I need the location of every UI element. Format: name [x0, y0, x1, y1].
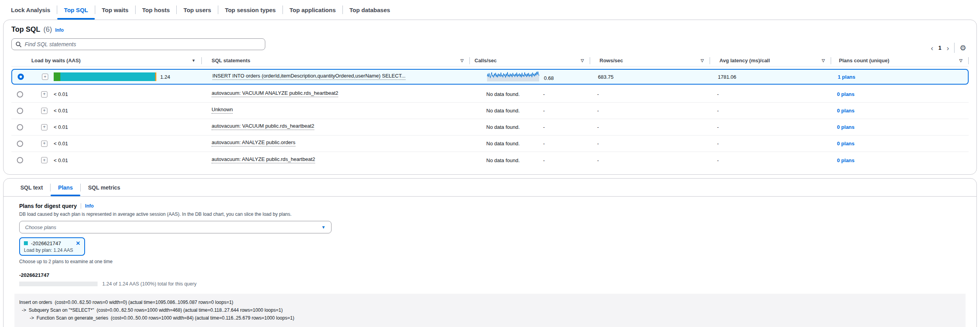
column-header-calls[interactable]: Calls/sec ▽: [470, 55, 590, 66]
column-label: SQL statements: [212, 58, 250, 63]
plans-hint: Choose up to 2 plans to examine at one t…: [19, 259, 961, 264]
plan-load-bar: [19, 282, 98, 286]
column-header-sql[interactable]: SQL statements ▽: [202, 55, 470, 66]
table-row-selected[interactable]: 1.24 INSERT INTO orders (orderId,itemDes…: [11, 69, 969, 85]
radio-unselected[interactable]: [17, 91, 23, 98]
expand-row-icon[interactable]: [42, 74, 48, 80]
close-icon[interactable]: ✕: [69, 240, 80, 246]
plans-count-link[interactable]: 1 plans: [838, 74, 855, 80]
radio-unselected[interactable]: [17, 108, 23, 114]
table-row[interactable]: < 0.01 autovacuum: VACUUM ANALYZE public…: [11, 86, 969, 103]
table-row[interactable]: < 0.01 autovacuum: ANALYZE public.orders…: [11, 135, 969, 152]
info-link[interactable]: Info: [85, 203, 94, 209]
previous-page-icon[interactable]: ‹: [931, 44, 933, 52]
column-label: Calls/sec: [475, 58, 496, 63]
column-label: Rows/sec: [600, 58, 623, 63]
expand-row-icon[interactable]: [41, 141, 47, 147]
load-value: < 0.01: [54, 141, 68, 146]
radio-unselected[interactable]: [17, 141, 23, 147]
section-title: Plans for digest query: [19, 203, 77, 209]
plans-count-link[interactable]: 0 plans: [837, 124, 855, 130]
tab-sql-text[interactable]: SQL text: [13, 179, 50, 196]
sql-statement-link[interactable]: INSERT INTO orders (orderId,itemDescript…: [212, 73, 406, 80]
page-number[interactable]: 1: [938, 45, 942, 51]
radio-selected[interactable]: [18, 74, 24, 80]
sql-search-box: [11, 38, 265, 50]
load-by-waits-bar: [54, 72, 156, 81]
tab-top-users[interactable]: Top users: [177, 0, 218, 20]
calls-no-data-text: No data found.: [486, 157, 538, 163]
column-label: Avg latency (ms)/call: [719, 58, 770, 63]
calls-no-data-text: No data found.: [486, 141, 538, 146]
column-header-load[interactable]: Load by waits (AAS) ▼: [29, 55, 202, 66]
sql-statement-link[interactable]: Unknown: [212, 107, 233, 114]
filter-icon[interactable]: ▽: [460, 58, 464, 63]
filter-icon[interactable]: ▽: [701, 58, 704, 63]
plans-count-link[interactable]: 0 plans: [837, 91, 855, 97]
table-row[interactable]: < 0.01 autovacuum: VACUUM public.rds_hea…: [11, 119, 969, 135]
calls-no-data-text: No data found.: [486, 91, 538, 97]
choose-plans-dropdown[interactable]: Choose plans ▼: [19, 221, 331, 233]
sort-descending-icon[interactable]: ▼: [192, 58, 196, 63]
sql-statement-link[interactable]: autovacuum: VACUUM public.rds_heartbeat2: [212, 123, 314, 130]
table-rows: < 0.01 autovacuum: VACUUM ANALYZE public…: [11, 86, 969, 168]
column-header-latency[interactable]: Avg latency (ms)/call ▽: [710, 55, 831, 66]
expand-row-icon[interactable]: [41, 157, 47, 163]
tab-plans[interactable]: Plans: [51, 179, 80, 196]
radio-unselected[interactable]: [17, 157, 23, 163]
filter-icon[interactable]: ▽: [959, 58, 962, 63]
filter-icon[interactable]: ▽: [581, 58, 584, 63]
detail-tab-bar: SQL text Plans SQL metrics: [4, 179, 976, 197]
avg-latency-value: 1781.06: [711, 74, 832, 80]
tab-top-session-types[interactable]: Top session types: [218, 0, 283, 20]
expand-row-icon[interactable]: [41, 124, 47, 130]
table-row[interactable]: < 0.01 Unknown No data found. - - - 0 pl…: [11, 103, 969, 119]
tab-top-waits[interactable]: Top waits: [95, 0, 135, 20]
result-count: (6): [43, 25, 52, 34]
calls-per-sec-value: -: [543, 124, 545, 130]
gear-icon[interactable]: ⚙: [960, 44, 966, 52]
tab-sql-metrics[interactable]: SQL metrics: [81, 179, 128, 196]
calls-per-sec-value: -: [543, 141, 545, 146]
top-sql-table: Load by waits (AAS) ▼ SQL statements ▽ C…: [11, 55, 969, 168]
plans-count-link[interactable]: 0 plans: [837, 141, 855, 146]
search-input[interactable]: [25, 41, 261, 47]
column-header-rows[interactable]: Rows/sec ▽: [590, 55, 710, 66]
panel-header: Top SQL (6) Info: [11, 25, 969, 34]
next-page-icon[interactable]: ›: [947, 44, 949, 52]
selection-column-header: [11, 55, 29, 66]
calls-per-sec-value: -: [543, 91, 545, 97]
search-icon: [16, 42, 22, 47]
plan-load-row: 1.24 of 1.24 AAS (100%) total for this q…: [19, 281, 961, 287]
calls-no-data-text: No data found.: [486, 124, 538, 130]
sql-statement-link[interactable]: autovacuum: ANALYZE public.rds_heartbeat…: [212, 156, 315, 163]
sql-statement-link[interactable]: autovacuum: ANALYZE public.orders: [212, 139, 295, 146]
avg-latency-value: -: [710, 91, 831, 97]
expand-row-icon[interactable]: [41, 91, 47, 98]
column-header-plans[interactable]: Plans count (unique) ▽: [831, 55, 969, 66]
plans-count-link[interactable]: 0 plans: [837, 157, 855, 163]
tab-lock-analysis[interactable]: Lock Analysis: [11, 0, 57, 20]
info-link[interactable]: Info: [55, 27, 64, 33]
tab-top-applications[interactable]: Top applications: [283, 0, 342, 20]
calls-per-sec-value: 0.68: [544, 75, 554, 81]
calls-per-sec-value: -: [543, 108, 545, 114]
filter-icon[interactable]: ▽: [822, 58, 825, 63]
load-value: < 0.01: [54, 91, 68, 97]
dropdown-placeholder: Choose plans: [25, 224, 56, 230]
token-load-text: Load by plan: 1.24 AAS: [24, 248, 80, 253]
expand-row-icon[interactable]: [41, 108, 47, 114]
radio-unselected[interactable]: [17, 124, 23, 130]
load-value: < 0.01: [54, 157, 68, 163]
plans-count-link[interactable]: 0 plans: [837, 108, 855, 114]
section-description: DB load caused by each plan is represent…: [19, 211, 961, 217]
pagination-divider: [954, 43, 955, 53]
plan-id-heading: -2026621747: [19, 272, 961, 278]
plan-line: -> Function Scan on generate_series (cos…: [19, 314, 959, 322]
tab-top-databases[interactable]: Top databases: [343, 0, 397, 20]
sql-statement-link[interactable]: autovacuum: VACUUM ANALYZE public.rds_he…: [212, 90, 338, 97]
table-row[interactable]: < 0.01 autovacuum: ANALYZE public.rds_he…: [11, 152, 969, 168]
rows-per-sec-value: -: [590, 157, 710, 163]
tab-top-sql[interactable]: Top SQL: [57, 0, 94, 20]
tab-top-hosts[interactable]: Top hosts: [136, 0, 177, 20]
